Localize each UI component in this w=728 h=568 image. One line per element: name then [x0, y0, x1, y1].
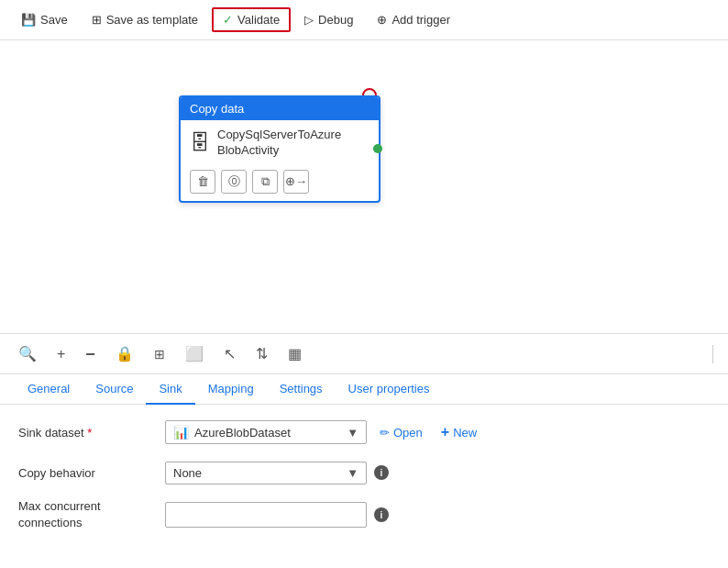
toolbar: 💾 Save ⊞ Save as template ✓ Validate ▷ D…: [0, 0, 728, 40]
activity-add-button[interactable]: ⊕→: [283, 170, 309, 194]
sink-dataset-controls: 📊 AzureBlobDataset ▼ ✏ Open + New: [165, 420, 710, 444]
activity-name: CopySqlServerToAzure BlobActivity: [217, 128, 341, 159]
canvas-toolbar: 🔍 + − 🔒 ⊞ ⬜ ↖ ⇅ ▦: [0, 334, 728, 374]
copy-behavior-info-icon[interactable]: i: [374, 465, 389, 480]
save-label: Save: [40, 13, 68, 27]
tab-mapping[interactable]: Mapping: [195, 374, 267, 405]
validate-label: Validate: [237, 13, 280, 27]
debug-icon: ▷: [304, 13, 314, 27]
tab-user-properties[interactable]: User properties: [336, 374, 443, 405]
database-icon: 🗄: [190, 131, 210, 155]
activity-actions: 🗑 ⓪ ⧉ ⊕→: [181, 166, 379, 201]
validate-button[interactable]: ✓ Validate: [212, 7, 291, 32]
add-trigger-label: Add trigger: [392, 13, 450, 27]
debug-button[interactable]: ▷ Debug: [294, 8, 363, 31]
activity-node[interactable]: Copy data 🗄 CopySqlServerToAzure BlobAct…: [179, 95, 381, 203]
zoom-out-tool[interactable]: −: [82, 344, 99, 364]
lock-tool[interactable]: 🔒: [112, 343, 138, 364]
sink-dataset-required: *: [87, 426, 92, 440]
max-concurrent-label: Max concurrent connections: [18, 498, 165, 531]
dropdown-caret: ▼: [347, 426, 358, 440]
sink-dataset-label: Sink dataset *: [18, 426, 165, 440]
save-button[interactable]: 💾 Save: [11, 8, 78, 31]
copy-behavior-caret: ▼: [347, 466, 358, 480]
tab-settings[interactable]: Settings: [267, 374, 336, 405]
grid-tool[interactable]: ▦: [284, 343, 305, 364]
copy-behavior-row: Copy behavior None ▼ i: [18, 458, 710, 487]
form-area: Sink dataset * 📊 AzureBlobDataset ▼ ✏ Op…: [0, 405, 728, 555]
debug-label: Debug: [318, 13, 353, 27]
select-tool[interactable]: ↖: [220, 343, 239, 364]
activity-header: Copy data: [181, 97, 379, 120]
fit-tool[interactable]: ⊞: [150, 345, 169, 363]
search-tool[interactable]: 🔍: [15, 343, 40, 364]
dataset-icon: 📊: [173, 425, 189, 440]
save-as-template-button[interactable]: ⊞ Save as template: [82, 8, 208, 31]
save-template-icon: ⊞: [92, 13, 102, 27]
copy-behavior-dropdown[interactable]: None ▼: [165, 462, 367, 484]
frame-tool[interactable]: ⬜: [182, 343, 207, 364]
copy-behavior-label: Copy behavior: [18, 466, 165, 480]
open-button[interactable]: ✏ Open: [374, 422, 428, 443]
tab-general[interactable]: General: [15, 374, 83, 405]
tab-sink[interactable]: Sink: [146, 374, 194, 405]
sink-dataset-dropdown[interactable]: 📊 AzureBlobDataset ▼: [165, 420, 367, 444]
plus-icon: +: [441, 424, 449, 440]
canvas-area: Copy data 🗄 CopySqlServerToAzure BlobAct…: [0, 40, 728, 334]
copy-behavior-value: None: [173, 466, 202, 480]
tabs: General Source Sink Mapping Settings Use…: [0, 374, 728, 405]
max-concurrent-info-icon[interactable]: i: [374, 507, 389, 522]
add-trigger-button[interactable]: ⊕ Add trigger: [367, 8, 460, 31]
new-button[interactable]: + New: [436, 420, 482, 444]
validate-icon: ✓: [223, 13, 233, 27]
zoom-in-tool[interactable]: +: [53, 344, 69, 364]
save-icon: 💾: [21, 13, 36, 27]
canvas-divider: [712, 345, 713, 363]
save-template-label: Save as template: [106, 13, 198, 27]
max-concurrent-input[interactable]: [165, 502, 367, 528]
activity-copy-button[interactable]: ⧉: [252, 170, 278, 194]
tab-source[interactable]: Source: [83, 374, 146, 405]
max-concurrent-row: Max concurrent connections i: [18, 498, 710, 531]
add-trigger-icon: ⊕: [377, 13, 387, 27]
arrange-tool[interactable]: ⇅: [252, 343, 271, 364]
edit-icon: ✏: [380, 426, 390, 440]
activity-body: 🗄 CopySqlServerToAzure BlobActivity: [181, 120, 379, 166]
activity-info-button[interactable]: ⓪: [221, 170, 247, 194]
copy-behavior-controls: None ▼ i: [165, 462, 710, 484]
max-concurrent-controls: i: [165, 502, 710, 528]
activity-delete-button[interactable]: 🗑: [190, 170, 215, 194]
activity-status-dot: [373, 144, 382, 153]
sink-dataset-row: Sink dataset * 📊 AzureBlobDataset ▼ ✏ Op…: [18, 418, 710, 447]
sink-dataset-value: AzureBlobDataset: [194, 426, 291, 440]
